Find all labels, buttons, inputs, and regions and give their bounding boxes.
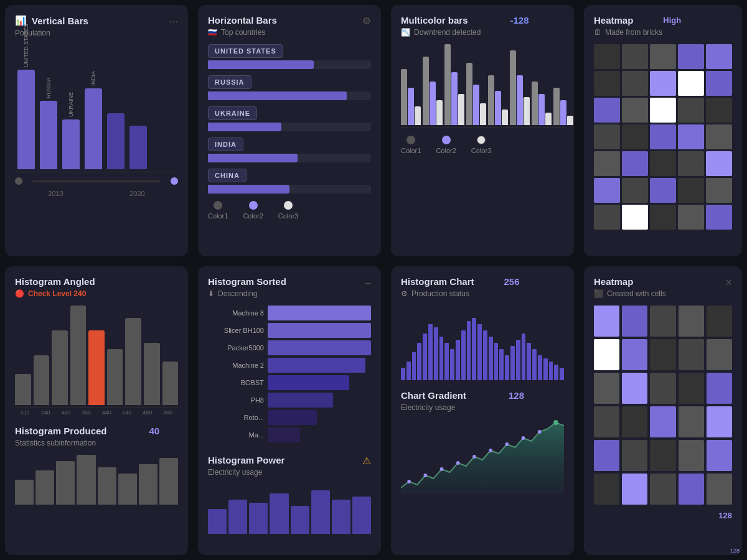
legend-item: Color3 [278, 201, 298, 220]
card-header: Histogram Angled 🔴 Check Level 240 [15, 276, 178, 298]
card-subtitle: Population [15, 29, 169, 37]
bar-label: INDIA [90, 42, 96, 86]
heatmap-top-card: Heatmap High 🗓 Made from bricks [584, 5, 742, 256]
card-subtitle-gradient: Electricity usage [401, 403, 564, 412]
country-label: RUSSIA [208, 75, 251, 89]
heatmap-cell [622, 71, 648, 96]
heatmap-bottom-card: Heatmap ⬛ Created with cells × 128 [584, 266, 742, 555]
legend-dot [406, 136, 415, 144]
heatmap-cell [679, 373, 704, 404]
sorted-item: Machine 2 [208, 358, 371, 373]
heatmap-cell [706, 205, 732, 230]
heatmap-cell [707, 406, 732, 437]
sorted-bar [268, 323, 371, 338]
heatmap-cell [622, 205, 648, 230]
gradient-chart [401, 419, 564, 494]
hbar-item: INDIA [208, 138, 371, 162]
card-subtitle-power: Electricity usage [208, 468, 362, 477]
angled-bars-chart [15, 306, 178, 405]
close-icon[interactable]: × [725, 276, 732, 289]
heatmap-cell [622, 440, 647, 471]
legend-item: Color1 [208, 201, 228, 220]
descending-icon: ⬇ [208, 289, 214, 298]
card-title: Horizontal Bars [208, 15, 362, 26]
heatmap-cell [706, 98, 732, 123]
cell-icon: ⬛ [594, 289, 603, 298]
svg-point-2 [440, 467, 444, 471]
sorted-bar [268, 306, 371, 320]
heatmap-cell [650, 339, 675, 370]
heatmap-cell [707, 474, 732, 505]
card-subtitle: ⚙ Production status [401, 289, 564, 298]
card-header: Horizontal Bars 🇷🇺 Top countries ⚙ [208, 15, 371, 37]
heatmap-cell [650, 406, 675, 437]
heatmap-cell [594, 474, 619, 505]
legend-item: Color3 [471, 136, 491, 154]
card-subtitle-produced: Statistics subinformation [15, 439, 178, 447]
heatmap-cell [707, 339, 732, 370]
legend-dot [477, 136, 486, 144]
heatmap-cell [650, 151, 676, 176]
heatmap-grid [594, 44, 732, 230]
card-subtitle: ⬇ Descending [208, 289, 365, 298]
card-title: 📊 Vertical Bars [15, 15, 169, 26]
heatmap-cell [594, 151, 620, 176]
bar [107, 113, 125, 169]
card-title: Histogram Sorted [208, 276, 365, 287]
sorted-bar [268, 427, 300, 442]
heatmap-cell [650, 205, 676, 230]
sorted-bar [268, 358, 365, 373]
sorted-item: Packer5000 [208, 340, 371, 355]
svg-point-6 [505, 442, 509, 446]
menu-icon[interactable]: ··· [169, 15, 178, 28]
heatmap-cell [679, 474, 704, 505]
card-header: Multicolor bars -128 📉 Downtrend detecte… [401, 15, 564, 37]
heatmap-cell [707, 440, 732, 471]
hbar-item: CHINA [208, 169, 371, 194]
heatmap-cell [594, 373, 619, 404]
multicolor-chart [401, 44, 564, 125]
card-header: Histogram Sorted ⬇ Descending – [208, 276, 371, 298]
slider-dot-right[interactable] [171, 177, 178, 185]
card-subtitle: 📉 Downtrend detected [401, 28, 564, 37]
bar-label: UKRAINE [68, 73, 74, 117]
sorted-bar [268, 393, 333, 408]
slider-track[interactable] [32, 180, 161, 182]
country-label: UNITED STATES [208, 44, 283, 58]
heatmap2-grid: 128 [594, 306, 732, 505]
card-header: 📊 Vertical Bars Population ··· [15, 15, 178, 37]
legend-item: Color2 [436, 136, 456, 154]
card-title-gradient: Chart Gradient 128 [401, 390, 564, 401]
card-title: Histogram Chart 256 [401, 276, 564, 287]
heatmap-cell [678, 98, 704, 123]
bar-wrap [129, 80, 147, 169]
card-header-power: Histogram Power Electricity usage ⚠ [208, 455, 371, 477]
heatmap-cell [594, 71, 620, 96]
sorted-item: Roto... [208, 410, 371, 425]
axis-labels: 2010 2020 [15, 190, 178, 197]
slider-dot-left[interactable] [15, 177, 22, 185]
sorted-bar [268, 410, 317, 425]
heatmap-cell [594, 440, 619, 471]
country-label: UKRAINE [208, 106, 257, 120]
heatmap-cell [622, 124, 648, 149]
card-title: Heatmap [594, 276, 725, 287]
vertical-bars-chart: UNITED STATES RUSSIA UKRAINE INDIA [15, 45, 178, 169]
collapse-icon[interactable]: – [365, 276, 371, 289]
heatmap-badge: High [663, 16, 681, 25]
svg-point-4 [472, 455, 476, 459]
heatmap-cell [650, 71, 676, 96]
histogram-angled-card: Histogram Angled 🔴 Check Level 240 512 2… [5, 266, 188, 555]
sorted-bar [268, 340, 371, 355]
bar [17, 70, 35, 169]
hbar-item: UNITED STATES [208, 44, 371, 69]
card-header-gradient: Chart Gradient 128 Electricity usage [401, 390, 564, 412]
bar-labels: 512 240 480 360 440 640 480 360 [15, 409, 178, 416]
heatmap-cell [650, 306, 675, 337]
svg-point-9 [553, 420, 558, 425]
settings-icon[interactable]: ⚙ [362, 15, 371, 27]
bar [129, 126, 147, 169]
heatmap-cell [622, 373, 647, 404]
svg-point-7 [522, 436, 525, 440]
bar-wrap: RUSSIA [40, 55, 57, 169]
